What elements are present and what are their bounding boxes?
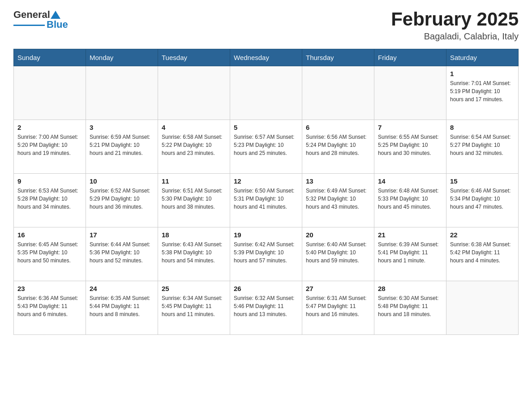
day-number: 1 [450, 70, 515, 77]
day-number: 4 [162, 124, 226, 131]
day-number: 24 [90, 285, 154, 292]
day-info: Sunrise: 6:36 AM Sunset: 5:43 PM Dayligh… [17, 294, 82, 318]
day-info: Sunrise: 6:53 AM Sunset: 5:28 PM Dayligh… [17, 187, 82, 211]
day-number: 12 [234, 177, 298, 185]
calendar-cell: 26Sunrise: 6:32 AM Sunset: 5:46 PM Dayli… [230, 281, 302, 335]
day-number: 6 [306, 124, 370, 131]
calendar-cell: 4Sunrise: 6:58 AM Sunset: 5:22 PM Daylig… [158, 120, 230, 174]
day-number: 15 [450, 177, 515, 185]
day-number: 7 [378, 124, 442, 131]
calendar-cell: 27Sunrise: 6:31 AM Sunset: 5:47 PM Dayli… [302, 281, 374, 335]
calendar-week-row: 9Sunrise: 6:53 AM Sunset: 5:28 PM Daylig… [14, 174, 519, 227]
calendar-cell: 22Sunrise: 6:38 AM Sunset: 5:42 PM Dayli… [446, 227, 519, 281]
day-info: Sunrise: 6:43 AM Sunset: 5:38 PM Dayligh… [162, 240, 226, 265]
day-info: Sunrise: 6:44 AM Sunset: 5:36 PM Dayligh… [90, 240, 154, 265]
calendar-cell: 1Sunrise: 7:01 AM Sunset: 5:19 PM Daylig… [446, 66, 519, 120]
calendar-cell [230, 66, 302, 120]
calendar-cell: 12Sunrise: 6:50 AM Sunset: 5:31 PM Dayli… [230, 174, 302, 227]
day-header-tuesday: Tuesday [158, 49, 230, 66]
calendar-cell: 14Sunrise: 6:48 AM Sunset: 5:33 PM Dayli… [374, 174, 446, 227]
calendar-cell: 17Sunrise: 6:44 AM Sunset: 5:36 PM Dayli… [86, 227, 158, 281]
day-info: Sunrise: 6:35 AM Sunset: 5:44 PM Dayligh… [90, 294, 154, 318]
day-info: Sunrise: 6:39 AM Sunset: 5:41 PM Dayligh… [378, 240, 442, 265]
calendar-cell: 2Sunrise: 7:00 AM Sunset: 5:20 PM Daylig… [14, 120, 86, 174]
day-info: Sunrise: 6:49 AM Sunset: 5:32 PM Dayligh… [306, 187, 370, 211]
calendar-cell: 11Sunrise: 6:51 AM Sunset: 5:30 PM Dayli… [158, 174, 230, 227]
day-number: 18 [162, 231, 226, 239]
calendar-cell: 24Sunrise: 6:35 AM Sunset: 5:44 PM Dayli… [86, 281, 158, 335]
day-number: 2 [17, 124, 82, 131]
calendar-cell [14, 66, 86, 120]
day-number: 9 [17, 177, 82, 185]
calendar-week-row: 23Sunrise: 6:36 AM Sunset: 5:43 PM Dayli… [14, 281, 519, 335]
calendar-cell: 3Sunrise: 6:59 AM Sunset: 5:21 PM Daylig… [86, 120, 158, 174]
calendar-week-row: 2Sunrise: 7:00 AM Sunset: 5:20 PM Daylig… [14, 120, 519, 174]
day-info: Sunrise: 6:32 AM Sunset: 5:46 PM Dayligh… [234, 294, 298, 318]
day-info: Sunrise: 6:46 AM Sunset: 5:34 PM Dayligh… [450, 187, 515, 211]
day-number: 14 [378, 177, 442, 185]
day-info: Sunrise: 6:58 AM Sunset: 5:22 PM Dayligh… [162, 133, 226, 157]
page-header: General Blue February 2025 Bagaladi, Cal… [13, 9, 519, 42]
calendar-cell: 10Sunrise: 6:52 AM Sunset: 5:29 PM Dayli… [86, 174, 158, 227]
day-info: Sunrise: 6:45 AM Sunset: 5:35 PM Dayligh… [17, 240, 82, 265]
calendar-cell: 21Sunrise: 6:39 AM Sunset: 5:41 PM Dayli… [374, 227, 446, 281]
day-number: 22 [450, 231, 515, 239]
calendar-cell: 7Sunrise: 6:55 AM Sunset: 5:25 PM Daylig… [374, 120, 446, 174]
day-info: Sunrise: 6:30 AM Sunset: 5:48 PM Dayligh… [378, 294, 442, 318]
calendar-table: SundayMondayTuesdayWednesdayThursdayFrid… [13, 49, 519, 335]
location-title: Bagaladi, Calabria, Italy [391, 31, 519, 42]
day-header-sunday: Sunday [14, 49, 86, 66]
day-info: Sunrise: 6:59 AM Sunset: 5:21 PM Dayligh… [90, 133, 154, 157]
month-title: February 2025 [391, 9, 519, 30]
calendar-cell: 9Sunrise: 6:53 AM Sunset: 5:28 PM Daylig… [14, 174, 86, 227]
calendar-cell: 25Sunrise: 6:34 AM Sunset: 5:45 PM Dayli… [158, 281, 230, 335]
day-header-friday: Friday [374, 49, 446, 66]
day-number: 26 [234, 285, 298, 292]
calendar-cell: 5Sunrise: 6:57 AM Sunset: 5:23 PM Daylig… [230, 120, 302, 174]
day-info: Sunrise: 6:38 AM Sunset: 5:42 PM Dayligh… [450, 240, 515, 265]
logo-triangle-icon [51, 11, 60, 19]
day-info: Sunrise: 6:50 AM Sunset: 5:31 PM Dayligh… [234, 187, 298, 211]
day-number: 20 [306, 231, 370, 239]
day-info: Sunrise: 6:48 AM Sunset: 5:33 PM Dayligh… [378, 187, 442, 211]
day-info: Sunrise: 6:31 AM Sunset: 5:47 PM Dayligh… [306, 294, 370, 318]
calendar-week-row: 16Sunrise: 6:45 AM Sunset: 5:35 PM Dayli… [14, 227, 519, 281]
day-number: 23 [17, 285, 82, 292]
calendar-cell: 13Sunrise: 6:49 AM Sunset: 5:32 PM Dayli… [302, 174, 374, 227]
day-info: Sunrise: 6:57 AM Sunset: 5:23 PM Dayligh… [234, 133, 298, 157]
day-info: Sunrise: 6:42 AM Sunset: 5:39 PM Dayligh… [234, 240, 298, 265]
day-number: 21 [378, 231, 442, 239]
svg-marker-0 [51, 11, 60, 19]
calendar-cell: 15Sunrise: 6:46 AM Sunset: 5:34 PM Dayli… [446, 174, 519, 227]
calendar-cell: 28Sunrise: 6:30 AM Sunset: 5:48 PM Dayli… [374, 281, 446, 335]
calendar-cell: 20Sunrise: 6:40 AM Sunset: 5:40 PM Dayli… [302, 227, 374, 281]
day-info: Sunrise: 6:52 AM Sunset: 5:29 PM Dayligh… [90, 187, 154, 211]
calendar-cell [302, 66, 374, 120]
logo-blue-text: Blue [47, 19, 68, 30]
day-number: 8 [450, 124, 515, 131]
day-number: 13 [306, 177, 370, 185]
calendar-cell [86, 66, 158, 120]
day-number: 16 [17, 231, 82, 239]
day-header-monday: Monday [86, 49, 158, 66]
day-number: 19 [234, 231, 298, 239]
day-number: 5 [234, 124, 298, 131]
day-header-wednesday: Wednesday [230, 49, 302, 66]
calendar-cell [158, 66, 230, 120]
day-header-thursday: Thursday [302, 49, 374, 66]
calendar-cell: 23Sunrise: 6:36 AM Sunset: 5:43 PM Dayli… [14, 281, 86, 335]
calendar-week-row: 1Sunrise: 7:01 AM Sunset: 5:19 PM Daylig… [14, 66, 519, 120]
day-number: 17 [90, 231, 154, 239]
day-info: Sunrise: 6:56 AM Sunset: 5:24 PM Dayligh… [306, 133, 370, 157]
calendar-cell [446, 281, 519, 335]
day-number: 11 [162, 177, 226, 185]
day-info: Sunrise: 7:00 AM Sunset: 5:20 PM Dayligh… [17, 133, 82, 157]
day-info: Sunrise: 6:34 AM Sunset: 5:45 PM Dayligh… [162, 294, 226, 318]
logo-line [13, 25, 45, 26]
calendar-cell: 16Sunrise: 6:45 AM Sunset: 5:35 PM Dayli… [14, 227, 86, 281]
day-info: Sunrise: 6:54 AM Sunset: 5:27 PM Dayligh… [450, 133, 515, 157]
day-number: 10 [90, 177, 154, 185]
calendar-cell: 6Sunrise: 6:56 AM Sunset: 5:24 PM Daylig… [302, 120, 374, 174]
day-header-saturday: Saturday [446, 49, 519, 66]
day-info: Sunrise: 6:55 AM Sunset: 5:25 PM Dayligh… [378, 133, 442, 157]
